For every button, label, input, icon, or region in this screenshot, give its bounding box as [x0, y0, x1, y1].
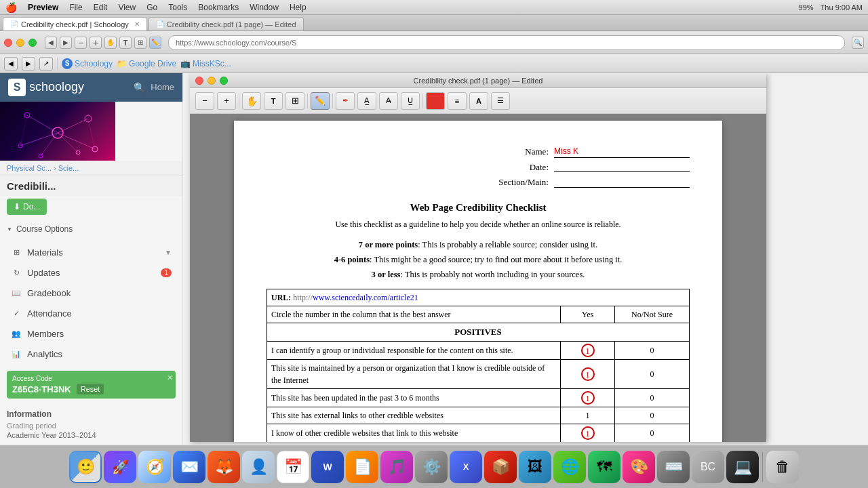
- preview-zoom-out-btn[interactable]: −: [195, 92, 214, 110]
- header-search-icon[interactable]: 🔍: [134, 82, 145, 93]
- dock-ps[interactable]: 🎨: [623, 451, 655, 483]
- menu-file[interactable]: File: [69, 3, 82, 12]
- close-button[interactable]: [4, 39, 12, 47]
- header-home-link[interactable]: Home: [151, 82, 174, 92]
- name-field[interactable]: Miss K: [554, 145, 690, 158]
- preview-align-btn[interactable]: ≡: [448, 92, 467, 110]
- apple-menu[interactable]: 🍎: [5, 2, 17, 13]
- dock-rar[interactable]: 📦: [484, 451, 517, 483]
- annotate-tool[interactable]: ✏️: [149, 37, 161, 49]
- dock-chrome[interactable]: 🌐: [553, 451, 586, 483]
- preview-text-btn[interactable]: T: [264, 92, 283, 110]
- section-field-row: Section/Main:: [498, 176, 690, 189]
- dock-trash[interactable]: 🗑: [766, 451, 799, 483]
- schoology-logo-link[interactable]: S Schoology: [62, 58, 113, 69]
- dock-contacts[interactable]: 👤: [242, 451, 275, 483]
- nav-back[interactable]: ◀: [4, 57, 18, 70]
- menu-help[interactable]: Help: [290, 3, 307, 12]
- dock-safari[interactable]: 🧭: [138, 451, 171, 483]
- access-code-close[interactable]: ✕: [167, 373, 173, 382]
- search-button[interactable]: 🔍: [852, 37, 864, 49]
- dock-finder[interactable]: 🙂: [69, 451, 102, 483]
- preview-close[interactable]: [195, 77, 203, 85]
- menu-preview[interactable]: Preview: [28, 3, 58, 12]
- sidebar-item-members[interactable]: 👥 Members: [0, 323, 182, 344]
- crop-tool[interactable]: ⊞: [134, 37, 146, 49]
- dock-bootcamp[interactable]: BC: [692, 451, 724, 483]
- back-button[interactable]: ◀: [45, 37, 57, 49]
- sidebar-item-attendance[interactable]: ✓ Attendance: [0, 303, 182, 323]
- triangle-icon: ▼: [7, 226, 12, 232]
- preview-maximize[interactable]: [220, 77, 228, 85]
- dock-preview[interactable]: 🖼: [519, 451, 551, 483]
- information-section: Information Grading period Academic Year…: [0, 404, 182, 445]
- preview-zoom-in-btn[interactable]: +: [217, 92, 236, 110]
- breadcrumb-item-2[interactable]: Scie...: [58, 164, 79, 172]
- missksc-link[interactable]: 📺 MissKSc...: [180, 59, 231, 68]
- preview-traffic-lights: [195, 77, 228, 85]
- preview-underline-btn[interactable]: U̲: [401, 92, 420, 110]
- menu-window[interactable]: Window: [250, 3, 279, 12]
- preview-color-btn[interactable]: [426, 92, 445, 110]
- preview-minimize[interactable]: [208, 77, 216, 85]
- dock-maps[interactable]: 🗺: [588, 451, 620, 483]
- sidebar-item-gradebook[interactable]: 📖 Gradebook: [0, 283, 182, 303]
- preview-strikethrough-btn[interactable]: A̶: [379, 92, 398, 110]
- menu-view[interactable]: View: [118, 3, 136, 12]
- preview-pen-btn[interactable]: ✒: [336, 92, 355, 110]
- forward-button[interactable]: ▶: [60, 37, 72, 49]
- dock-settings[interactable]: ⚙️: [415, 451, 448, 483]
- preview-highlight-btn[interactable]: A̲: [357, 92, 376, 110]
- minimize-button[interactable]: [16, 39, 24, 47]
- menu-bookmarks[interactable]: Bookmarks: [198, 3, 239, 12]
- preview-list-btn[interactable]: ☰: [491, 92, 510, 110]
- breadcrumb-item-1[interactable]: Physical Sc...: [7, 164, 52, 172]
- tab-close-icon[interactable]: ✕: [134, 20, 140, 28]
- second-tab[interactable]: 📄 Credibility check.pdf (1 page) — Edite…: [149, 17, 304, 30]
- zoom-in-button[interactable]: +: [90, 37, 102, 49]
- text-tool[interactable]: T: [119, 37, 132, 49]
- access-code-label: Access Code: [12, 375, 170, 382]
- dock-firefox[interactable]: 🦊: [208, 451, 240, 483]
- pdf-header-fields: Name: Miss K Date:: [267, 145, 690, 189]
- preview-hand-btn[interactable]: ✋: [242, 92, 261, 110]
- date-field[interactable]: [554, 161, 690, 172]
- preview-crop-btn[interactable]: ⊞: [285, 92, 304, 110]
- zoom-out-button[interactable]: −: [75, 37, 87, 49]
- nav-arrow-select[interactable]: ↗: [39, 57, 53, 70]
- access-code-reset-btn[interactable]: Reset: [77, 384, 104, 394]
- dock-word[interactable]: W: [311, 451, 344, 483]
- sidebar-item-materials[interactable]: ⊞ Materials ▼: [0, 242, 182, 262]
- dock-mail[interactable]: ✉️: [173, 451, 205, 483]
- sidebar-item-updates[interactable]: ↻ Updates 1: [0, 262, 182, 283]
- address-bar[interactable]: https://www.schoology.com/course/S: [168, 35, 845, 50]
- preview-font-btn[interactable]: A: [469, 92, 488, 110]
- dock-xcode[interactable]: X: [450, 451, 482, 483]
- section-field[interactable]: [554, 177, 690, 188]
- menu-edit[interactable]: Edit: [94, 3, 108, 12]
- dock-keyboard[interactable]: ⌨️: [657, 451, 690, 483]
- grading-period-label: Grading period: [7, 422, 176, 430]
- preview-toolbar: − + ✋ T ⊞ ✏️ ✒ A̲ A̶ U̲: [190, 88, 766, 114]
- download-button[interactable]: ⬇ Do...: [7, 199, 47, 215]
- pdf-content-area[interactable]: Name: Miss K Date:: [190, 114, 766, 442]
- active-tab[interactable]: 📄 Credibility check.pdf | Schoology ✕: [3, 17, 147, 30]
- google-drive-link[interactable]: 📁 Google Drive: [117, 59, 176, 68]
- url-link[interactable]: www.sciencedaily.com/article21: [313, 293, 418, 302]
- dock-terminal[interactable]: 💻: [726, 451, 759, 483]
- pos-row-2: This site is maintained by a person or o…: [267, 359, 690, 388]
- course-options-toggle[interactable]: ▼ Course Options: [7, 222, 176, 237]
- sidebar-item-analytics[interactable]: 📊 Analytics: [0, 344, 182, 364]
- preview-annotate-btn[interactable]: ✏️: [311, 92, 330, 110]
- dock-itunes[interactable]: 🎵: [380, 451, 413, 483]
- dock-launchpad[interactable]: 🚀: [104, 451, 136, 483]
- maximize-button[interactable]: [28, 39, 37, 47]
- date-field-row: Date:: [530, 161, 690, 174]
- menu-tools[interactable]: Tools: [168, 3, 187, 12]
- nav-forward[interactable]: ▶: [22, 57, 35, 70]
- hand-tool[interactable]: ✋: [104, 37, 117, 49]
- dock-pages[interactable]: 📄: [346, 451, 378, 483]
- menu-go[interactable]: Go: [146, 3, 157, 12]
- mac-menu-bar: 🍎 Preview File Edit View Go Tools Bookma…: [0, 0, 868, 15]
- dock-calendar[interactable]: 📅: [277, 451, 309, 483]
